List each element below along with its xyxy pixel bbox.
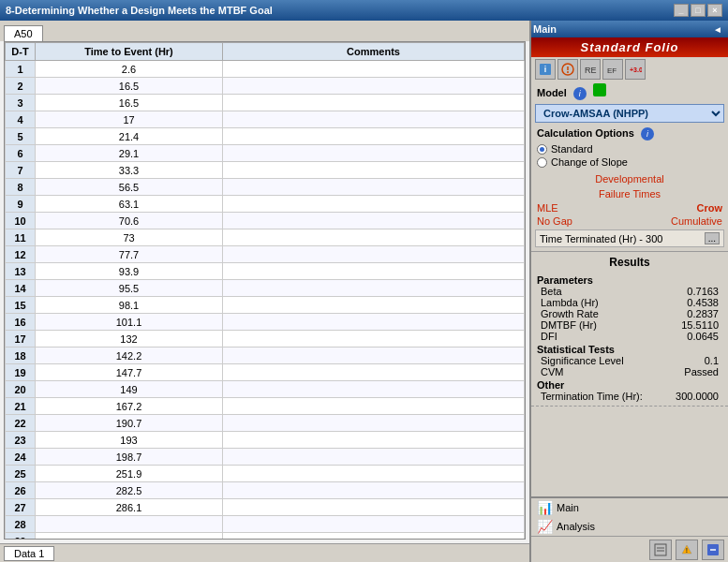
- time-value[interactable]: 21.4: [36, 128, 223, 145]
- comment-value[interactable]: [223, 280, 525, 297]
- comment-value[interactable]: [223, 95, 525, 111]
- right-panel-title: Main: [533, 23, 557, 35]
- mle-button[interactable]: MLE: [537, 202, 558, 214]
- time-value[interactable]: 142.2: [36, 348, 223, 364]
- time-value[interactable]: 2.6: [36, 61, 223, 78]
- comment-value[interactable]: [223, 263, 525, 280]
- comment-value[interactable]: [223, 297, 525, 314]
- time-value[interactable]: 70.6: [36, 213, 223, 229]
- radio-slope-btn[interactable]: [537, 157, 547, 168]
- row-number: 23: [6, 432, 36, 449]
- window-controls[interactable]: _ □ ×: [674, 4, 722, 17]
- comment-value[interactable]: [223, 482, 525, 499]
- comment-value[interactable]: [223, 246, 525, 263]
- time-value[interactable]: 93.9: [36, 263, 223, 280]
- crow-button[interactable]: Crow: [697, 202, 723, 214]
- time-value[interactable]: 63.1: [36, 196, 223, 213]
- minimize-button[interactable]: _: [674, 4, 689, 17]
- time-terminated-dots[interactable]: ...: [705, 232, 720, 244]
- time-value[interactable]: 77.7: [36, 246, 223, 263]
- radio-standard[interactable]: Standard: [537, 142, 722, 155]
- no-gap-button[interactable]: No Gap: [537, 215, 572, 227]
- comment-value[interactable]: [223, 381, 525, 398]
- time-value[interactable]: 16.5: [36, 95, 223, 111]
- bottom-btn-3[interactable]: [702, 540, 724, 560]
- comment-value[interactable]: [223, 78, 525, 95]
- toolbar-icon-2[interactable]: [557, 59, 578, 80]
- comment-value[interactable]: [223, 213, 525, 229]
- tab-a50[interactable]: A50: [4, 25, 43, 41]
- bottom-btn-1[interactable]: [649, 540, 672, 560]
- time-value[interactable]: 95.5: [36, 280, 223, 297]
- comment-value[interactable]: [223, 533, 525, 540]
- nav-analysis-label: Analysis: [557, 521, 595, 532]
- comment-value[interactable]: [223, 516, 525, 533]
- toolbar-icon-5[interactable]: +3.0: [625, 59, 646, 80]
- table-row: 7 33.3: [6, 162, 525, 179]
- time-value[interactable]: 98.1: [36, 297, 223, 314]
- comment-value[interactable]: [223, 415, 525, 432]
- col-header-dt: D-T: [6, 43, 36, 61]
- data-table-scroll[interactable]: D-T Time to Event (Hr) Comments 1 2.6 2 …: [5, 42, 525, 539]
- time-value[interactable]: 282.5: [36, 482, 223, 499]
- comment-value[interactable]: [223, 314, 525, 331]
- failure-times-link[interactable]: Failure Times: [599, 188, 661, 200]
- time-value[interactable]: 16.5: [36, 78, 223, 95]
- comment-value[interactable]: [223, 128, 525, 145]
- cumulative-button[interactable]: Cumulative: [671, 215, 722, 227]
- model-dropdown[interactable]: Crow-AMSAA (NHPP): [535, 104, 724, 123]
- comment-value[interactable]: [223, 162, 525, 179]
- radio-change-slope[interactable]: Change of Slope: [537, 155, 722, 169]
- toolbar-icon-3[interactable]: REP: [580, 59, 601, 80]
- nav-analysis[interactable]: 📈 Analysis: [531, 517, 728, 536]
- time-value[interactable]: 101.1: [36, 314, 223, 331]
- time-value[interactable]: 147.7: [36, 364, 223, 381]
- comment-value[interactable]: [223, 348, 525, 364]
- comment-value[interactable]: [223, 432, 525, 449]
- time-value[interactable]: 190.7: [36, 415, 223, 432]
- time-value[interactable]: 251.9: [36, 466, 223, 482]
- time-value[interactable]: 286.1: [36, 499, 223, 516]
- nav-main[interactable]: 📊 Main: [531, 498, 728, 517]
- comment-value[interactable]: [223, 466, 525, 482]
- collapse-button[interactable]: ◄: [709, 24, 726, 35]
- comment-value[interactable]: [223, 449, 525, 466]
- bottom-btn-2[interactable]: !: [676, 540, 698, 560]
- comment-value[interactable]: [223, 111, 525, 128]
- row-number: 8: [6, 179, 36, 196]
- data1-tab[interactable]: Data 1: [4, 546, 54, 561]
- model-info-icon[interactable]: i: [573, 87, 587, 100]
- time-value[interactable]: [36, 533, 223, 540]
- comment-value[interactable]: [223, 229, 525, 246]
- row-number: 16: [6, 314, 36, 331]
- row-number: 21: [6, 398, 36, 415]
- comment-value[interactable]: [223, 179, 525, 196]
- time-value[interactable]: 149: [36, 381, 223, 398]
- toolbar-icon-1[interactable]: i: [535, 59, 556, 80]
- time-value[interactable]: 167.2: [36, 398, 223, 415]
- radio-standard-btn[interactable]: [537, 144, 547, 155]
- comment-value[interactable]: [223, 499, 525, 516]
- close-button[interactable]: ×: [707, 4, 722, 17]
- row-number: 26: [6, 482, 36, 499]
- time-value[interactable]: 73: [36, 229, 223, 246]
- time-value[interactable]: 33.3: [36, 162, 223, 179]
- comment-value[interactable]: [223, 364, 525, 381]
- time-value[interactable]: 198.7: [36, 449, 223, 466]
- table-row: 5 21.4: [6, 128, 525, 145]
- time-value[interactable]: 56.5: [36, 179, 223, 196]
- maximize-button[interactable]: □: [691, 4, 706, 17]
- developmental-link[interactable]: Developmental: [595, 173, 663, 185]
- comment-value[interactable]: [223, 398, 525, 415]
- toolbar-icon-4[interactable]: EF: [602, 59, 623, 80]
- time-value[interactable]: 193: [36, 432, 223, 449]
- comment-value[interactable]: [223, 196, 525, 213]
- time-value[interactable]: 29.1: [36, 145, 223, 162]
- comment-value[interactable]: [223, 61, 525, 78]
- time-value[interactable]: 132: [36, 331, 223, 348]
- comment-value[interactable]: [223, 145, 525, 162]
- time-value[interactable]: [36, 516, 223, 533]
- calc-info-icon[interactable]: i: [641, 127, 654, 140]
- comment-value[interactable]: [223, 331, 525, 348]
- time-value[interactable]: 17: [36, 111, 223, 128]
